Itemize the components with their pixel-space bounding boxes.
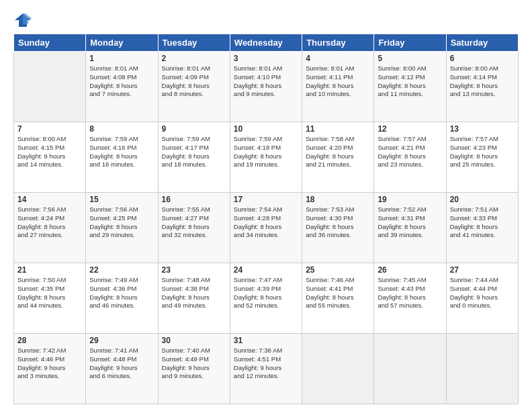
cell-content: Sunrise: 7:59 AM Sunset: 4:18 PM Dayligh… bbox=[234, 135, 298, 169]
calendar-week-2: 7Sunrise: 8:00 AM Sunset: 4:15 PM Daylig… bbox=[14, 122, 519, 193]
calendar-cell: 28Sunrise: 7:42 AM Sunset: 4:46 PM Dayli… bbox=[14, 334, 86, 404]
cell-content: Sunrise: 7:45 AM Sunset: 4:43 PM Dayligh… bbox=[378, 276, 442, 310]
calendar-cell: 4Sunrise: 8:01 AM Sunset: 4:11 PM Daylig… bbox=[302, 52, 374, 122]
calendar-cell bbox=[374, 334, 446, 404]
weekday-header-sunday: Sunday bbox=[14, 34, 86, 52]
day-number: 11 bbox=[306, 124, 370, 134]
cell-content: Sunrise: 8:01 AM Sunset: 4:10 PM Dayligh… bbox=[234, 64, 298, 99]
cell-content: Sunrise: 7:50 AM Sunset: 4:35 PM Dayligh… bbox=[17, 276, 82, 310]
calendar-cell: 16Sunrise: 7:55 AM Sunset: 4:27 PM Dayli… bbox=[158, 193, 230, 263]
calendar-cell: 25Sunrise: 7:46 AM Sunset: 4:41 PM Dayli… bbox=[302, 263, 374, 334]
cell-content: Sunrise: 7:52 AM Sunset: 4:31 PM Dayligh… bbox=[378, 205, 442, 240]
calendar-cell: 22Sunrise: 7:49 AM Sunset: 4:36 PM Dayli… bbox=[86, 263, 158, 334]
day-number: 23 bbox=[162, 265, 226, 275]
day-number: 29 bbox=[89, 336, 154, 345]
weekday-header-saturday: Saturday bbox=[446, 34, 518, 52]
cell-content: Sunrise: 7:56 AM Sunset: 4:24 PM Dayligh… bbox=[17, 205, 82, 240]
page: SundayMondayTuesdayWednesdayThursdayFrid… bbox=[0, 0, 532, 411]
day-number: 25 bbox=[306, 265, 370, 275]
cell-content: Sunrise: 7:57 AM Sunset: 4:23 PM Dayligh… bbox=[450, 135, 515, 169]
cell-content: Sunrise: 7:59 AM Sunset: 4:16 PM Dayligh… bbox=[89, 135, 154, 169]
day-number: 9 bbox=[162, 124, 226, 134]
calendar-cell bbox=[14, 52, 86, 122]
cell-content: Sunrise: 7:59 AM Sunset: 4:17 PM Dayligh… bbox=[162, 135, 226, 169]
calendar-week-1: 1Sunrise: 8:01 AM Sunset: 4:08 PM Daylig… bbox=[14, 52, 519, 122]
calendar-cell bbox=[446, 334, 518, 404]
calendar-cell: 30Sunrise: 7:40 AM Sunset: 4:49 PM Dayli… bbox=[158, 334, 230, 404]
calendar-week-4: 21Sunrise: 7:50 AM Sunset: 4:35 PM Dayli… bbox=[14, 263, 519, 334]
day-number: 1 bbox=[89, 54, 154, 63]
calendar-cell: 31Sunrise: 7:38 AM Sunset: 4:51 PM Dayli… bbox=[230, 334, 302, 404]
cell-content: Sunrise: 8:00 AM Sunset: 4:12 PM Dayligh… bbox=[378, 64, 442, 99]
cell-content: Sunrise: 7:40 AM Sunset: 4:49 PM Dayligh… bbox=[162, 347, 226, 381]
logo bbox=[13, 11, 35, 30]
calendar-cell: 17Sunrise: 7:54 AM Sunset: 4:28 PM Dayli… bbox=[230, 193, 302, 263]
cell-content: Sunrise: 7:58 AM Sunset: 4:20 PM Dayligh… bbox=[306, 135, 370, 169]
calendar-cell: 6Sunrise: 8:00 AM Sunset: 4:14 PM Daylig… bbox=[446, 52, 518, 122]
calendar-cell: 10Sunrise: 7:59 AM Sunset: 4:18 PM Dayli… bbox=[230, 122, 302, 193]
day-number: 8 bbox=[89, 124, 154, 134]
weekday-header-wednesday: Wednesday bbox=[230, 34, 302, 52]
cell-content: Sunrise: 7:56 AM Sunset: 4:25 PM Dayligh… bbox=[89, 205, 154, 240]
cell-content: Sunrise: 7:55 AM Sunset: 4:27 PM Dayligh… bbox=[162, 205, 226, 240]
calendar-cell: 29Sunrise: 7:41 AM Sunset: 4:48 PM Dayli… bbox=[86, 334, 158, 404]
calendar-cell: 9Sunrise: 7:59 AM Sunset: 4:17 PM Daylig… bbox=[158, 122, 230, 193]
day-number: 26 bbox=[378, 265, 442, 275]
day-number: 3 bbox=[234, 54, 298, 63]
day-number: 17 bbox=[234, 195, 298, 204]
cell-content: Sunrise: 7:57 AM Sunset: 4:21 PM Dayligh… bbox=[378, 135, 442, 169]
day-number: 18 bbox=[306, 195, 370, 204]
calendar-cell: 24Sunrise: 7:47 AM Sunset: 4:39 PM Dayli… bbox=[230, 263, 302, 334]
calendar-cell: 26Sunrise: 7:45 AM Sunset: 4:43 PM Dayli… bbox=[374, 263, 446, 334]
day-number: 2 bbox=[162, 54, 226, 63]
calendar-header-row: SundayMondayTuesdayWednesdayThursdayFrid… bbox=[14, 34, 519, 52]
cell-content: Sunrise: 7:54 AM Sunset: 4:28 PM Dayligh… bbox=[234, 205, 298, 240]
cell-content: Sunrise: 7:48 AM Sunset: 4:38 PM Dayligh… bbox=[162, 276, 226, 310]
calendar-cell: 8Sunrise: 7:59 AM Sunset: 4:16 PM Daylig… bbox=[86, 122, 158, 193]
cell-content: Sunrise: 8:00 AM Sunset: 4:15 PM Dayligh… bbox=[17, 135, 82, 169]
day-number: 15 bbox=[89, 195, 154, 204]
calendar-week-5: 28Sunrise: 7:42 AM Sunset: 4:46 PM Dayli… bbox=[14, 334, 519, 404]
day-number: 21 bbox=[17, 265, 82, 275]
day-number: 20 bbox=[450, 195, 515, 204]
cell-content: Sunrise: 8:01 AM Sunset: 4:09 PM Dayligh… bbox=[162, 64, 226, 99]
calendar-cell: 18Sunrise: 7:53 AM Sunset: 4:30 PM Dayli… bbox=[302, 193, 374, 263]
calendar-cell: 5Sunrise: 8:00 AM Sunset: 4:12 PM Daylig… bbox=[374, 52, 446, 122]
calendar-cell: 27Sunrise: 7:44 AM Sunset: 4:44 PM Dayli… bbox=[446, 263, 518, 334]
day-number: 7 bbox=[17, 124, 82, 134]
cell-content: Sunrise: 8:00 AM Sunset: 4:14 PM Dayligh… bbox=[450, 64, 515, 99]
cell-content: Sunrise: 7:51 AM Sunset: 4:33 PM Dayligh… bbox=[450, 205, 515, 240]
day-number: 5 bbox=[378, 54, 442, 63]
weekday-header-friday: Friday bbox=[374, 34, 446, 52]
calendar-cell: 14Sunrise: 7:56 AM Sunset: 4:24 PM Dayli… bbox=[14, 193, 86, 263]
calendar-cell bbox=[302, 334, 374, 404]
calendar-cell: 2Sunrise: 8:01 AM Sunset: 4:09 PM Daylig… bbox=[158, 52, 230, 122]
calendar-cell: 7Sunrise: 8:00 AM Sunset: 4:15 PM Daylig… bbox=[14, 122, 86, 193]
calendar-cell: 19Sunrise: 7:52 AM Sunset: 4:31 PM Dayli… bbox=[374, 193, 446, 263]
day-number: 13 bbox=[450, 124, 515, 134]
day-number: 16 bbox=[162, 195, 226, 204]
cell-content: Sunrise: 7:47 AM Sunset: 4:39 PM Dayligh… bbox=[234, 276, 298, 310]
calendar-week-3: 14Sunrise: 7:56 AM Sunset: 4:24 PM Dayli… bbox=[14, 193, 519, 263]
svg-marker-1 bbox=[23, 13, 32, 24]
calendar-cell: 11Sunrise: 7:58 AM Sunset: 4:20 PM Dayli… bbox=[302, 122, 374, 193]
calendar-table: SundayMondayTuesdayWednesdayThursdayFrid… bbox=[13, 34, 519, 404]
day-number: 27 bbox=[450, 265, 515, 275]
calendar-cell: 15Sunrise: 7:56 AM Sunset: 4:25 PM Dayli… bbox=[86, 193, 158, 263]
cell-content: Sunrise: 7:44 AM Sunset: 4:44 PM Dayligh… bbox=[450, 276, 515, 310]
calendar-cell: 23Sunrise: 7:48 AM Sunset: 4:38 PM Dayli… bbox=[158, 263, 230, 334]
day-number: 30 bbox=[162, 336, 226, 345]
calendar-cell: 13Sunrise: 7:57 AM Sunset: 4:23 PM Dayli… bbox=[446, 122, 518, 193]
calendar-cell: 3Sunrise: 8:01 AM Sunset: 4:10 PM Daylig… bbox=[230, 52, 302, 122]
cell-content: Sunrise: 8:01 AM Sunset: 4:08 PM Dayligh… bbox=[89, 64, 154, 99]
cell-content: Sunrise: 8:01 AM Sunset: 4:11 PM Dayligh… bbox=[306, 64, 370, 99]
cell-content: Sunrise: 7:42 AM Sunset: 4:46 PM Dayligh… bbox=[17, 347, 82, 381]
day-number: 19 bbox=[378, 195, 442, 204]
day-number: 4 bbox=[306, 54, 370, 63]
calendar-cell: 12Sunrise: 7:57 AM Sunset: 4:21 PM Dayli… bbox=[374, 122, 446, 193]
weekday-header-tuesday: Tuesday bbox=[158, 34, 230, 52]
cell-content: Sunrise: 7:41 AM Sunset: 4:48 PM Dayligh… bbox=[89, 347, 154, 381]
day-number: 28 bbox=[17, 336, 82, 345]
weekday-header-monday: Monday bbox=[86, 34, 158, 52]
logo-icon bbox=[13, 11, 32, 30]
